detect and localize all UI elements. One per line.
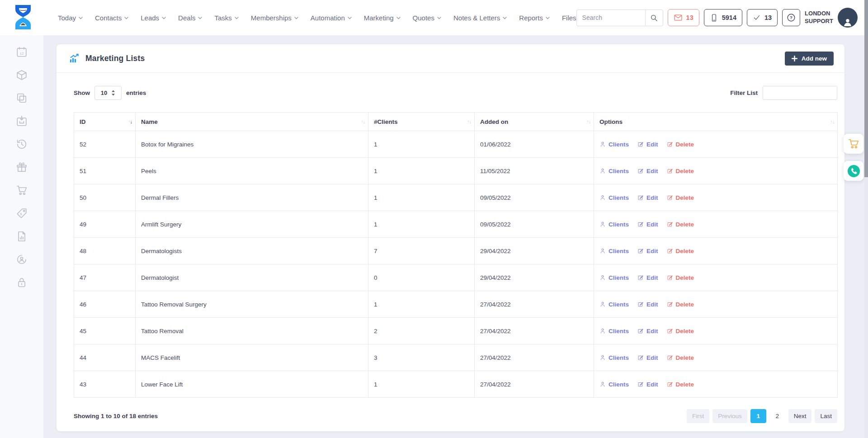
cell-clients-value: 1 — [374, 221, 377, 228]
cell-name-value: Armlift Surgery — [141, 221, 181, 228]
add-new-button[interactable]: Add new — [785, 52, 834, 66]
sidebar-item-history[interactable] — [16, 138, 28, 150]
delete-link[interactable]: Delete — [667, 194, 694, 201]
edit-link[interactable]: Edit — [637, 168, 658, 174]
menu-item-files[interactable]: Files — [562, 14, 576, 22]
edit-link[interactable]: Edit — [637, 328, 658, 334]
clients-link[interactable]: Clients — [599, 141, 629, 148]
menu-item-label: Marketing — [364, 14, 394, 22]
edit-link[interactable]: Edit — [637, 221, 658, 228]
clients-link[interactable]: Clients — [599, 354, 629, 361]
floating-phone-button[interactable] — [844, 161, 863, 181]
edit-icon — [637, 328, 644, 334]
delete-link[interactable]: Delete — [667, 381, 694, 388]
avatar[interactable] — [838, 8, 858, 28]
svg-text:12: 12 — [19, 52, 24, 56]
mobile-counter-badge[interactable]: 5914 — [704, 9, 742, 26]
menu-item-label: Memberships — [251, 14, 292, 22]
row-actions: ClientsEditDelete — [599, 301, 832, 308]
scrollbar-thumb[interactable] — [864, 0, 868, 177]
action-label: Clients — [609, 328, 629, 334]
sidebar-item-calendar[interactable]: 12 — [16, 46, 28, 58]
clients-link[interactable]: Clients — [599, 328, 629, 334]
sidebar-item-gift[interactable] — [16, 161, 28, 173]
clients-link[interactable]: Clients — [599, 221, 629, 228]
edit-link[interactable]: Edit — [637, 354, 658, 361]
column-header-clients[interactable]: #Clients↑↓ — [368, 113, 475, 131]
menu-item-quotes[interactable]: Quotes — [413, 14, 441, 22]
delete-link[interactable]: Delete — [667, 354, 694, 361]
sidebar-item-report[interactable] — [16, 231, 28, 242]
edit-link[interactable]: Edit — [637, 141, 658, 148]
menu-item-reports[interactable]: Reports — [519, 14, 550, 22]
floating-cart-button[interactable] — [844, 134, 863, 154]
edit-link[interactable]: Edit — [637, 301, 658, 308]
filter-input[interactable] — [763, 86, 837, 100]
delete-link[interactable]: Delete — [667, 328, 694, 334]
search-input[interactable] — [576, 9, 645, 26]
calendar-import-icon — [16, 115, 28, 127]
delete-link[interactable]: Delete — [667, 274, 694, 281]
cell-id-value: 45 — [80, 328, 86, 334]
table-header-row: ID↑↓Name↑↓#Clients↑↓Added on↑↓Options↑↓ — [74, 113, 838, 131]
cell-clients: 1 — [368, 211, 475, 238]
edit-icon — [637, 168, 644, 174]
row-actions: ClientsEditDelete — [599, 381, 832, 388]
menu-item-deals[interactable]: Deals — [178, 14, 202, 22]
cell-clients: 1 — [368, 371, 475, 398]
page-size-select[interactable]: 10 — [94, 86, 122, 100]
delete-link[interactable]: Delete — [667, 168, 694, 174]
clients-link[interactable]: Clients — [599, 301, 629, 308]
edit-icon — [667, 381, 673, 387]
page-button-last[interactable]: Last — [815, 409, 837, 423]
clients-link[interactable]: Clients — [599, 381, 629, 388]
edit-link[interactable]: Edit — [637, 381, 658, 388]
cell-clients-value: 3 — [374, 354, 377, 361]
clients-link[interactable]: Clients — [599, 274, 629, 281]
edit-link[interactable]: Edit — [637, 194, 658, 201]
menu-item-today[interactable]: Today — [58, 14, 83, 22]
page-button-previous[interactable]: Previous — [712, 409, 747, 423]
column-header-options[interactable]: Options↑↓ — [594, 113, 838, 131]
sidebar-item-cart[interactable] — [16, 184, 28, 196]
edit-link[interactable]: Edit — [637, 274, 658, 281]
sidebar-item-price-tag[interactable]: $ — [16, 207, 28, 219]
menu-item-automation[interactable]: Automation — [311, 14, 352, 22]
page-button-2[interactable]: 2 — [769, 409, 785, 423]
calendar-icon: 12 — [16, 46, 28, 58]
column-header-id[interactable]: ID↑↓ — [74, 113, 136, 131]
clients-link[interactable]: Clients — [599, 248, 629, 254]
page-button-first[interactable]: First — [687, 409, 709, 423]
column-header-added-on[interactable]: Added on↑↓ — [475, 113, 594, 131]
window-scrollbar[interactable] — [864, 0, 868, 438]
menu-item-marketing[interactable]: Marketing — [364, 14, 401, 22]
hourglass-logo-icon[interactable] — [13, 5, 33, 31]
page-button-1[interactable]: 1 — [750, 409, 766, 423]
delete-link[interactable]: Delete — [667, 141, 694, 148]
menu-item-notes-letters[interactable]: Notes & Letters — [453, 14, 507, 22]
menu-item-memberships[interactable]: Memberships — [251, 14, 298, 22]
sidebar-item-copy[interactable] — [16, 92, 28, 104]
sidebar-item-package[interactable] — [16, 69, 28, 81]
clients-link[interactable]: Clients — [599, 194, 629, 201]
page-button-next[interactable]: Next — [788, 409, 812, 423]
help-button[interactable]: ? — [782, 9, 800, 26]
user-icon — [599, 381, 606, 387]
mail-counter-badge[interactable]: 13 — [668, 9, 699, 26]
sidebar-item-account-history[interactable] — [16, 254, 28, 265]
search-button[interactable] — [645, 9, 663, 26]
menu-item-tasks[interactable]: Tasks — [214, 14, 238, 22]
clients-link[interactable]: Clients — [599, 168, 629, 174]
menu-item-contacts[interactable]: Contacts — [95, 14, 128, 22]
sidebar-item-calendar-import[interactable] — [16, 115, 28, 127]
menu-item-leads[interactable]: Leads — [141, 14, 166, 22]
sidebar-item-lock[interactable] — [16, 277, 28, 288]
delete-link[interactable]: Delete — [667, 301, 694, 308]
edit-link[interactable]: Edit — [637, 248, 658, 254]
delete-link[interactable]: Delete — [667, 248, 694, 254]
delete-link[interactable]: Delete — [667, 221, 694, 228]
price-tag-icon: $ — [16, 207, 28, 219]
check-counter-badge[interactable]: 13 — [747, 9, 778, 26]
card-header: Marketing Lists Add new — [57, 44, 844, 73]
column-header-name[interactable]: Name↑↓ — [136, 113, 368, 131]
